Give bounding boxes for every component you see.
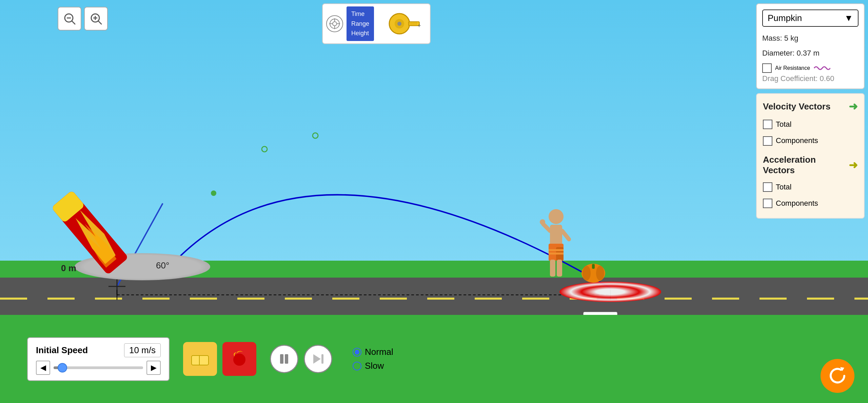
squiggly-icon — [813, 64, 830, 72]
slider-row: ◀ ▶ — [36, 361, 161, 375]
slow-label: Slow — [365, 361, 384, 371]
svg-point-53 — [233, 354, 245, 366]
normal-speed-radio[interactable] — [353, 348, 361, 357]
svg-point-27 — [596, 266, 604, 281]
object-name: Pumpkin — [768, 13, 802, 23]
diameter-label: Diameter: 0.37 m — [762, 46, 859, 61]
vectors-panel: Velocity Vectors ➜ Total Components Acce… — [756, 93, 865, 219]
speed-value: 10 m/s — [124, 343, 161, 357]
tape-measure-icon: + — [381, 10, 421, 37]
svg-text:+: + — [417, 22, 421, 29]
svg-rect-55 — [285, 354, 288, 364]
velocity-components-option: Components — [763, 133, 858, 149]
speed-label: Initial Speed — [36, 345, 88, 356]
zoom-in-button[interactable] — [84, 7, 108, 31]
svg-rect-20 — [550, 260, 555, 277]
action-buttons — [183, 342, 256, 376]
velocity-total-option: Total — [763, 116, 858, 133]
velocity-arrow-icon: ➜ — [849, 100, 858, 113]
acceleration-arrow-icon: ➜ — [849, 159, 858, 172]
svg-point-37 — [333, 22, 337, 26]
object-dropdown[interactable]: Pumpkin ▼ — [762, 9, 859, 27]
time-row: Time — [351, 9, 369, 19]
acceleration-total-checkbox[interactable] — [763, 182, 772, 192]
slow-speed-radio[interactable] — [353, 362, 361, 370]
measurement-target-icon — [326, 15, 343, 32]
speed-slider-thumb[interactable] — [58, 363, 67, 372]
acceleration-components-option: Components — [763, 195, 858, 211]
svg-rect-54 — [280, 354, 283, 364]
height-row: Height — [351, 28, 369, 38]
dropdown-arrow: ▼ — [844, 13, 853, 23]
measurement-table: Time Range Height — [347, 6, 374, 41]
road — [0, 278, 868, 315]
angle-label: 60° — [156, 260, 169, 271]
normal-speed-dot — [355, 350, 359, 355]
velocity-components-checkbox[interactable] — [763, 136, 772, 146]
svg-point-1 — [262, 146, 267, 152]
svg-rect-28 — [592, 264, 595, 269]
step-forward-button[interactable] — [304, 345, 332, 373]
zoom-controls — [58, 7, 108, 31]
zoom-out-button[interactable] — [58, 7, 81, 31]
air-resistance-checkbox[interactable] — [762, 63, 772, 73]
refresh-button[interactable] — [821, 359, 854, 393]
range-row: Range — [351, 19, 369, 29]
zero-label: 0 m — [61, 263, 76, 274]
normal-label: Normal — [365, 347, 393, 357]
initial-speed-panel: Initial Speed 10 m/s ◀ ▶ — [27, 337, 170, 381]
person — [536, 207, 576, 282]
speed-increase-button[interactable]: ▶ — [146, 361, 161, 375]
slow-speed-option[interactable]: Slow — [353, 361, 393, 371]
svg-point-13 — [549, 209, 564, 224]
normal-speed-option[interactable]: Normal — [353, 347, 393, 357]
svg-rect-57 — [321, 354, 323, 364]
svg-rect-18 — [549, 249, 564, 251]
velocity-total-checkbox[interactable] — [763, 120, 772, 129]
svg-line-31 — [72, 21, 75, 24]
right-panel: Pumpkin ▼ Mass: 5 kg Diameter: 0.37 m Ai… — [756, 3, 865, 219]
svg-rect-21 — [557, 260, 562, 277]
speed-radio: Normal Slow — [353, 347, 393, 371]
playback-controls — [270, 345, 332, 373]
speed-label-row: Initial Speed 10 m/s — [36, 343, 161, 357]
measurement-panel: Time Range Height + — [322, 3, 431, 44]
air-resistance-label: Air Resistance — [775, 65, 810, 71]
svg-point-2 — [313, 133, 318, 138]
drag-coeff-label: Drag Coefficient: 0.60 — [762, 74, 859, 83]
velocity-vectors-title: Velocity Vectors ➜ — [763, 100, 858, 113]
fire-button[interactable] — [222, 342, 256, 376]
acceleration-components-checkbox[interactable] — [763, 199, 772, 208]
svg-line-35 — [98, 21, 101, 24]
svg-point-23 — [540, 219, 545, 225]
pumpkin-svg — [576, 258, 610, 285]
pause-button[interactable] — [270, 345, 298, 373]
target — [559, 282, 661, 302]
object-selector: Pumpkin ▼ Mass: 5 kg Diameter: 0.37 m Ai… — [756, 3, 865, 89]
speed-slider-track[interactable] — [54, 366, 143, 369]
svg-line-24 — [562, 231, 569, 239]
road-dashes — [0, 298, 868, 300]
svg-point-26 — [583, 266, 591, 281]
air-resistance-row: Air Resistance — [762, 63, 859, 73]
acceleration-vectors-title: Acceleration Vectors ➜ — [763, 155, 858, 176]
erase-button[interactable] — [183, 342, 217, 376]
bottom-controls: Initial Speed 10 m/s ◀ ▶ — [0, 315, 868, 403]
svg-rect-19 — [549, 253, 564, 255]
mass-label: Mass: 5 kg — [762, 31, 859, 46]
svg-marker-56 — [313, 354, 321, 364]
acceleration-total-option: Total — [763, 179, 858, 195]
svg-point-0 — [211, 190, 216, 196]
main-container: 0 m 60° 8.8 m — [0, 0, 868, 403]
speed-decrease-button[interactable]: ◀ — [36, 361, 50, 375]
svg-point-44 — [397, 22, 401, 26]
svg-rect-51 — [192, 356, 209, 365]
svg-line-22 — [543, 224, 550, 231]
